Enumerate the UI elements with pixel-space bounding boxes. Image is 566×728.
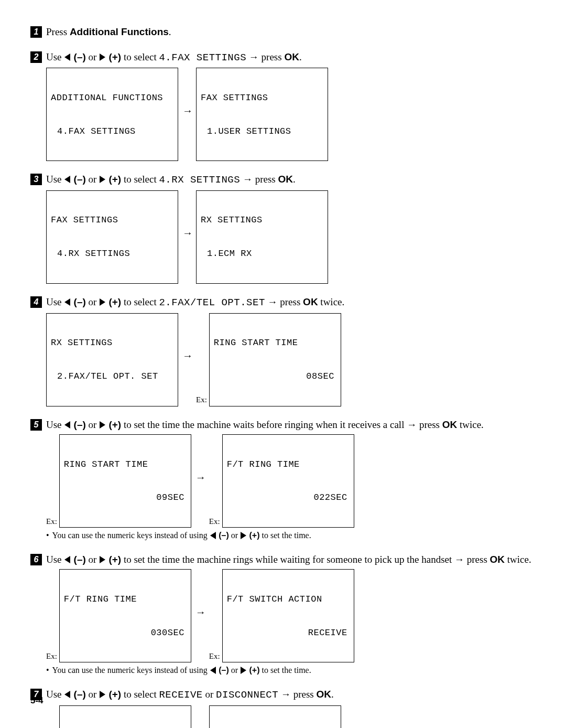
- text: Use: [46, 554, 64, 565]
- step-body: RX SETTINGS 2.FAX/TEL OPT. SET → Ex: RIN…: [46, 313, 540, 406]
- step-head: 2 Use (–) or (+) to select 4.FAX SETTING…: [30, 50, 540, 65]
- key-label: (–): [71, 174, 86, 185]
- right-arrow-icon: [100, 421, 105, 429]
- key-label: (–): [71, 296, 86, 307]
- bullet-note: • You can use the numeric keys instead o…: [46, 665, 540, 676]
- lcd-line: RX SETTINGS: [51, 337, 173, 348]
- text: Use: [46, 689, 64, 700]
- arrow-icon: →: [182, 104, 193, 118]
- step-7: 7 Use (–) or (+) to select RECEIVE or DI…: [30, 688, 540, 728]
- text: to select: [121, 689, 159, 700]
- lcd-line: RING START TIME: [214, 337, 336, 348]
- arrow-icon: →: [195, 470, 206, 485]
- lcd-line: RECEIVE: [227, 627, 350, 638]
- key-label: (+): [106, 174, 121, 185]
- lcd-display: F/T SWITCH ACTION RECEIVE: [222, 569, 354, 662]
- left-arrow-icon: [210, 532, 216, 539]
- step-head: 6 Use (–) or (+) to set the time the mac…: [30, 553, 540, 566]
- lcd-line: 1.USER SETTINGS: [201, 126, 323, 137]
- step-body: ADDITIONAL FUNCTIONS 4.FAX SETTINGS → FA…: [46, 68, 540, 161]
- step-body: FAX SETTINGS 4.RX SETTINGS → RX SETTINGS…: [46, 190, 540, 284]
- lcd-line: FAX SETTINGS: [51, 215, 173, 226]
- lcd-display: F/T RING TIME 022SEC: [222, 434, 354, 528]
- text: twice.: [318, 296, 345, 307]
- step-instruction: Use (–) or (+) to select 4.RX SETTINGS →…: [46, 173, 540, 187]
- bullet-icon: •: [46, 665, 49, 676]
- text: to set the time the machine rings while …: [121, 554, 489, 565]
- ok-label: OK: [303, 296, 318, 307]
- lcd-display: RX SETTINGS 1.ECM RX: [196, 190, 328, 284]
- lcd-wrap: Ex: F/T RING TIME 030SEC: [46, 569, 191, 662]
- button-name: Additional Functions: [70, 26, 169, 37]
- example-label: Ex:: [209, 651, 220, 661]
- lcd-row: RX SETTINGS 2.FAX/TEL OPT. SET → Ex: RIN…: [46, 313, 540, 406]
- step-instruction: Use (–) or (+) to set the time the machi…: [46, 418, 540, 432]
- lcd-line: ADDITIONAL FUNCTIONS: [51, 92, 173, 103]
- ok-label: OK: [490, 554, 505, 565]
- arrow-icon: →: [182, 226, 193, 240]
- left-arrow-icon: [64, 176, 70, 183]
- lcd-line: 4.RX SETTINGS: [51, 248, 173, 259]
- text: → press: [265, 296, 303, 307]
- step-number-badge: 6: [30, 554, 42, 565]
- key-label: (–): [71, 51, 86, 62]
- text: or: [86, 419, 99, 430]
- example-label: Ex:: [46, 651, 57, 661]
- example-label: Ex:: [209, 516, 220, 527]
- menu-name: 2.FAX/TEL OPT.SET: [159, 297, 265, 308]
- text: to select: [121, 296, 159, 307]
- lcd-wrap: Ex: F/T SWITCH ACTION DISCONNECT: [46, 705, 191, 728]
- key-label: (+): [106, 689, 121, 700]
- lcd-line: 2.FAX/TEL OPT. SET: [51, 371, 173, 382]
- key-label: (–): [71, 689, 86, 700]
- step-4: 4 Use (–) or (+) to select 2.FAX/TEL OPT…: [30, 295, 540, 406]
- arrow-icon: →: [195, 605, 206, 619]
- key-label: (+): [247, 666, 259, 675]
- lcd-wrap: Ex: F/T SWITCH ACTION RECEIVE: [209, 569, 354, 662]
- text: Press: [46, 26, 70, 37]
- lcd-row: FAX SETTINGS 4.RX SETTINGS → RX SETTINGS…: [46, 190, 540, 284]
- right-arrow-icon: [100, 53, 105, 61]
- step-number-badge: 4: [30, 296, 42, 308]
- key-label: (–): [71, 419, 86, 430]
- menu-name: 4.RX SETTINGS: [159, 174, 240, 186]
- lcd-display: RING START TIME 09SEC: [59, 434, 191, 528]
- lcd-line: 030SEC: [64, 627, 187, 638]
- key-label: (–): [71, 554, 86, 565]
- bullet-text: You can use the numeric keys instead of …: [52, 665, 311, 676]
- step-instruction: Use (–) or (+) to select 2.FAX/TEL OPT.S…: [46, 295, 540, 310]
- text: Use: [46, 419, 64, 430]
- step-head: 1 Press Additional Functions.: [30, 25, 540, 39]
- text: to select: [121, 51, 159, 62]
- menu-name: DISCONNECT: [216, 689, 278, 701]
- step-instruction: Use (–) or (+) to select RECEIVE or DISC…: [46, 688, 540, 702]
- key-label: (–): [216, 666, 229, 675]
- text: Use: [46, 174, 64, 185]
- lcd-line: RX SETTINGS: [201, 215, 323, 226]
- left-arrow-icon: [64, 298, 70, 306]
- text: .: [299, 51, 302, 62]
- ok-label: OK: [442, 419, 458, 430]
- lcd-line: FAX SETTINGS: [201, 92, 323, 103]
- text: twice.: [505, 554, 531, 565]
- lcd-line: RING START TIME: [64, 459, 187, 470]
- text: → press: [246, 51, 284, 62]
- text: .: [169, 26, 171, 37]
- left-arrow-icon: [64, 421, 70, 429]
- lcd-display: RX SETTINGS 3.INCOMING RING: [209, 705, 341, 728]
- lcd-line: F/T RING TIME: [64, 594, 187, 605]
- left-arrow-icon: [64, 691, 70, 698]
- text: or: [229, 666, 240, 675]
- right-arrow-icon: [100, 556, 105, 563]
- key-label: (–): [216, 531, 229, 540]
- step-head: 3 Use (–) or (+) to select 4.RX SETTINGS…: [30, 173, 540, 187]
- lcd-display: FAX SETTINGS 1.USER SETTINGS: [196, 68, 328, 161]
- example-label: Ex:: [196, 394, 207, 405]
- arrow-icon: →: [182, 349, 193, 363]
- lcd-row: Ex: RING START TIME 09SEC → Ex: F/T RING…: [46, 434, 540, 528]
- text: or: [86, 174, 99, 185]
- lcd-row: Ex: F/T RING TIME 030SEC → Ex: F/T SWITC…: [46, 569, 540, 662]
- text: .: [331, 689, 334, 700]
- text: or: [86, 296, 99, 307]
- text: or: [86, 554, 99, 565]
